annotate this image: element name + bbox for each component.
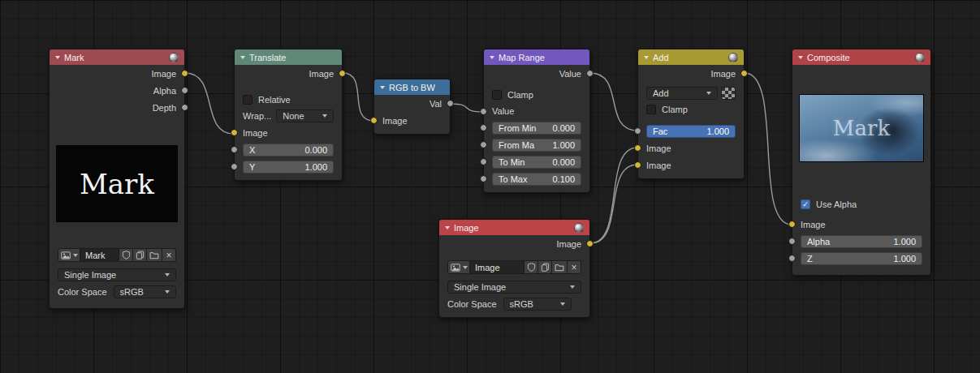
socket-rgbtobw-image-input[interactable] [370, 117, 378, 124]
collapse-icon[interactable] [445, 226, 450, 229]
blend-mode-select[interactable]: Add [646, 87, 718, 100]
y-number-field[interactable]: Y 1.000 [243, 161, 334, 174]
image-browse-button[interactable] [447, 260, 470, 274]
node-mark[interactable]: Mark Image Alpha Depth Mark [49, 49, 185, 309]
image-source-select[interactable]: Single Image [447, 281, 581, 294]
mark-output-alpha-row: Alpha [50, 82, 184, 99]
node-rgb-to-bw[interactable]: RGB to BW Val Image [373, 79, 451, 135]
collapse-icon[interactable] [490, 56, 494, 59]
socket-mark-alpha-output[interactable] [181, 87, 188, 94]
socket-from-max-input[interactable] [480, 141, 487, 148]
socket-to-min-input[interactable] [480, 158, 487, 165]
socket-add-image1-input[interactable] [634, 144, 641, 152]
unlink-button[interactable]: × [568, 260, 581, 274]
socket-translate-x-input[interactable] [231, 146, 238, 153]
socket-translate-image-output[interactable] [339, 70, 346, 77]
fake-user-button[interactable] [525, 260, 538, 274]
maprange-input-value-row: Value [484, 103, 589, 119]
link-image-to-add-image1 [590, 148, 637, 243]
collapse-icon[interactable] [380, 86, 385, 89]
node-composite[interactable]: Composite Mark ✓ Use Alpha Image Alpha 1… [792, 49, 931, 276]
from-min-field[interactable]: From Min 0.000 [492, 122, 581, 135]
image-name-field[interactable]: Mark [80, 248, 119, 262]
translate-output-image-row: Image [235, 65, 342, 82]
image-source-row: Single Image [439, 278, 589, 295]
from-max-field[interactable]: From Ma 1.000 [492, 139, 581, 152]
spacer [439, 312, 589, 317]
duplicate-button[interactable] [133, 248, 147, 262]
node-image[interactable]: Image Image Image [438, 219, 590, 318]
mark-source-select[interactable]: Single Image [58, 268, 176, 281]
link-translate-to-rgbtobw [343, 73, 373, 121]
colorspace-label: Color Space [447, 299, 497, 309]
x-number-field[interactable]: X 0.000 [243, 144, 334, 156]
relative-checkbox[interactable] [243, 95, 253, 105]
open-image-button[interactable] [147, 248, 162, 262]
socket-mark-depth-output[interactable] [181, 104, 188, 111]
socket-composite-alpha-input[interactable] [788, 238, 796, 245]
socket-add-image2-input[interactable] [634, 161, 641, 169]
shield-icon [527, 263, 536, 272]
shield-icon [122, 251, 131, 259]
wrap-select[interactable]: None [276, 109, 334, 122]
node-map-range-header[interactable]: Map Range [484, 49, 589, 65]
socket-translate-y-input[interactable] [231, 163, 238, 170]
socket-to-max-input[interactable] [480, 175, 487, 182]
open-image-button[interactable] [552, 260, 568, 274]
relative-label: Relative [258, 95, 291, 105]
node-add[interactable]: Add Image Add Clamp Fac 1.000 [637, 49, 745, 179]
node-image-header[interactable]: Image [439, 220, 589, 235]
composite-input-image-row: Image [792, 216, 930, 233]
socket-from-min-input[interactable] [480, 124, 487, 131]
unlink-button[interactable]: × [162, 248, 176, 262]
socket-mark-image-output[interactable] [181, 70, 188, 77]
image-browse-button[interactable] [58, 248, 80, 262]
socket-maprange-value-input[interactable] [480, 108, 487, 115]
spacer [638, 174, 744, 178]
to-min-field[interactable]: To Min 0.000 [492, 156, 581, 169]
use-alpha-image-toggle[interactable] [721, 87, 736, 100]
alpha-number-field[interactable]: Alpha 1.000 [801, 235, 922, 248]
node-add-header[interactable]: Add [638, 49, 744, 65]
image-name-field[interactable]: Image [470, 260, 525, 274]
add-clamp-row: Clamp [638, 101, 744, 118]
collapse-icon[interactable] [644, 56, 649, 59]
node-mark-header[interactable]: Mark [50, 49, 184, 65]
use-alpha-checkbox[interactable]: ✓ [801, 199, 810, 209]
socket-fac-input[interactable] [634, 127, 641, 135]
node-composite-header[interactable]: Composite [792, 49, 930, 65]
from-min-label: From Min [499, 123, 536, 133]
node-rgb-to-bw-header[interactable]: RGB to BW [374, 79, 450, 95]
translate-x-row: X 0.000 [235, 141, 342, 158]
collapse-icon[interactable] [798, 56, 803, 59]
z-number-field[interactable]: Z 1.000 [801, 252, 922, 265]
image-colorspace-select[interactable]: sRGB [503, 298, 572, 311]
socket-image-image-output[interactable] [586, 240, 594, 247]
socket-translate-image-input[interactable] [231, 129, 238, 136]
chevron-down-icon [73, 254, 78, 257]
socket-composite-z-input[interactable] [788, 255, 796, 262]
from-min-value: 0.000 [552, 123, 575, 133]
photo-icon [61, 251, 71, 260]
node-translate-header[interactable]: Translate [235, 49, 342, 65]
node-translate[interactable]: Translate Image Relative Wrap... None Im… [234, 49, 343, 181]
duplicate-button[interactable] [538, 260, 552, 274]
clamp-checkbox[interactable] [646, 105, 656, 114]
render-result-icon [574, 223, 584, 233]
mark-colorspace-select[interactable]: sRGB [114, 285, 176, 298]
fake-user-button[interactable] [119, 248, 133, 262]
node-map-range[interactable]: Map Range Value Clamp Value From Min 0.0… [483, 49, 590, 193]
blend-mode-row: Add [638, 85, 744, 101]
socket-composite-image-input[interactable] [788, 221, 796, 228]
node-title: Composite [807, 53, 911, 62]
collapse-icon[interactable] [240, 56, 245, 59]
to-max-field[interactable]: To Max 0.100 [492, 173, 581, 186]
collapse-icon[interactable] [55, 56, 60, 59]
socket-add-image-output[interactable] [740, 70, 748, 77]
clamp-checkbox[interactable] [492, 90, 502, 100]
z-label: Z [807, 254, 813, 264]
socket-maprange-value-output[interactable] [586, 70, 594, 77]
socket-rgbtobw-val-output[interactable] [447, 100, 454, 107]
spacer [50, 300, 184, 308]
fac-slider-field[interactable]: Fac 1.000 [646, 125, 736, 138]
